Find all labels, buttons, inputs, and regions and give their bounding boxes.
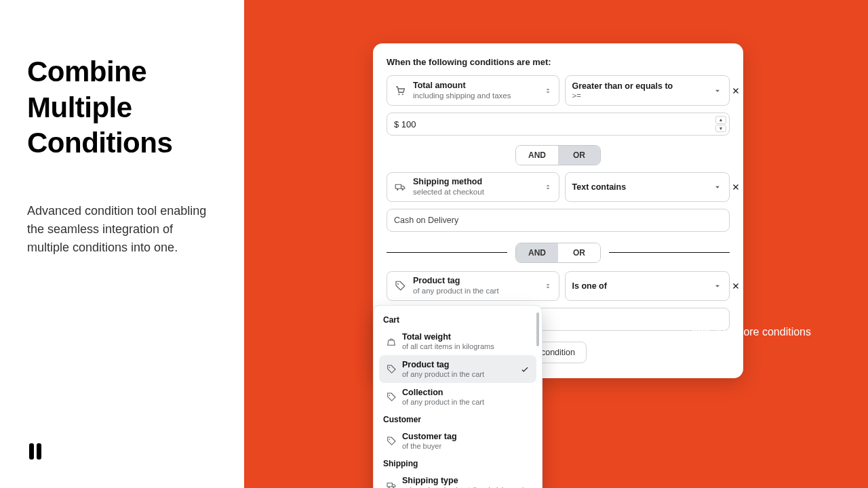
remove-condition-button[interactable] bbox=[728, 279, 743, 293]
dropdown-group-label: Shipping bbox=[376, 455, 539, 471]
dropdown-item[interactable]: Total weightof all cart items in kilogra… bbox=[379, 327, 536, 355]
truck-icon bbox=[386, 480, 397, 489]
scrollbar[interactable] bbox=[536, 312, 539, 346]
chevron-down-icon bbox=[713, 182, 722, 192]
logic-or-button[interactable]: OR bbox=[558, 243, 600, 262]
operator-select-is-one-of[interactable]: Is one of bbox=[565, 271, 730, 301]
dropdown-group-label: Customer bbox=[376, 411, 539, 427]
dropdown-item[interactable]: Customer tagof the buyer bbox=[379, 427, 536, 455]
cart-icon bbox=[394, 85, 406, 97]
weight-icon bbox=[386, 336, 397, 347]
more-conditions-note: ...and 20+ more conditions bbox=[683, 326, 811, 338]
dropdown-item[interactable]: Product tagof any product in the cart bbox=[379, 355, 536, 383]
card-title: When the following conditions are met: bbox=[387, 57, 730, 67]
subject-select-total-amount[interactable]: Total amount including shipping and taxe… bbox=[387, 75, 559, 106]
remove-condition-button[interactable] bbox=[728, 83, 743, 98]
subject-select-shipping-method[interactable]: Shipping method selected at checkout bbox=[387, 172, 559, 202]
dropdown-item[interactable]: Collectionof any product in the cart bbox=[379, 383, 536, 411]
operator-select-text-contains[interactable]: Text contains bbox=[565, 172, 730, 202]
logic-or-button[interactable]: OR bbox=[558, 146, 600, 165]
tag-icon bbox=[386, 364, 397, 375]
page-headline: Combine Multiple Conditions bbox=[27, 54, 218, 161]
subject-dropdown: CartTotal weightof all cart items in kil… bbox=[373, 305, 542, 488]
logic-divider: AND OR bbox=[387, 243, 730, 263]
svg-rect-5 bbox=[29, 443, 34, 460]
logic-segment-1: AND OR bbox=[387, 145, 730, 165]
sort-icon bbox=[544, 281, 552, 291]
page-subhead: Advanced condition tool enabling the sea… bbox=[27, 202, 218, 257]
text-value-input[interactable]: Cash on Delivery bbox=[387, 209, 730, 232]
tag-icon bbox=[386, 392, 397, 403]
number-stepper[interactable]: ▲▼ bbox=[715, 116, 726, 132]
remove-condition-button[interactable] bbox=[728, 180, 743, 195]
amount-input[interactable]: $ 100 ▲▼ bbox=[387, 113, 730, 136]
chevron-down-icon bbox=[713, 281, 722, 291]
svg-rect-6 bbox=[37, 443, 41, 460]
brand-logo-icon bbox=[27, 442, 218, 461]
operator-select-gte[interactable]: Greater than or equals to >= bbox=[565, 75, 730, 106]
dropdown-item[interactable]: Shipping typeselected at checkout (local… bbox=[379, 471, 536, 488]
check-icon bbox=[520, 365, 530, 374]
dropdown-group-label: Cart bbox=[376, 311, 539, 327]
subject-select-product-tag[interactable]: Product tag of any product in the cart bbox=[387, 271, 559, 301]
sort-icon bbox=[544, 86, 552, 96]
sort-icon bbox=[544, 182, 552, 192]
tag-icon bbox=[386, 436, 397, 447]
truck-icon bbox=[394, 181, 406, 193]
logic-and-button[interactable]: AND bbox=[516, 146, 558, 165]
chevron-down-icon bbox=[713, 86, 722, 96]
logic-and-button[interactable]: AND bbox=[516, 243, 558, 262]
tag-icon bbox=[394, 280, 406, 292]
